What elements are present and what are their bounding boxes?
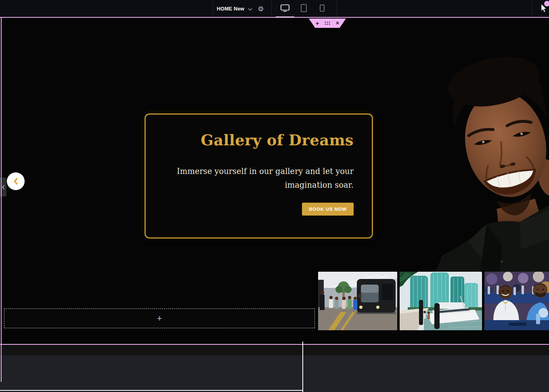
drag-dots-icon <box>325 21 330 25</box>
column-divider-line <box>302 342 303 392</box>
hero-section[interactable]: + ✕ <box>0 18 549 344</box>
element-outline-bottom <box>0 390 303 391</box>
tablet-icon <box>301 4 307 14</box>
mobile-icon <box>320 4 325 13</box>
delete-section-button[interactable]: ✕ <box>335 20 340 27</box>
gallery-promo-card[interactable]: Gallery of Dreams Immerse yourself in ou… <box>145 113 373 239</box>
card-subtitle[interactable]: Immerse yourself in our gallery and let … <box>172 165 354 192</box>
gear-icon: ⚙ <box>258 6 264 13</box>
selection-outline-top <box>0 17 549 18</box>
page-selector-dropdown[interactable]: HOME New <box>217 0 252 18</box>
gallery-image-bus[interactable] <box>318 272 397 330</box>
page-selector-label: HOME New <box>217 6 244 12</box>
add-widget-area[interactable]: + <box>4 308 315 328</box>
chevron-down-icon <box>248 5 252 13</box>
settings-button[interactable]: ⚙ <box>256 0 266 18</box>
chevron-left-icon <box>2 185 4 189</box>
topbar-divider <box>337 0 337 18</box>
portrait-photo[interactable] <box>420 36 549 272</box>
book-us-now-button[interactable]: BOOK US NOW <box>302 203 354 216</box>
plus-icon: + <box>157 314 162 323</box>
device-mobile-button[interactable] <box>313 0 331 18</box>
editor-screen: HOME New ⚙ <box>0 0 549 392</box>
chevron-left-icon <box>13 178 19 185</box>
card-title[interactable]: Gallery of Dreams <box>201 132 354 149</box>
gallery-image-dinner[interactable] <box>484 272 549 330</box>
section-boundary-line <box>0 344 549 345</box>
section-handle-toolbar: + ✕ <box>309 19 346 28</box>
selection-outline-left <box>1 17 2 382</box>
gallery-image-yacht[interactable] <box>400 272 482 330</box>
topbar-divider <box>532 0 532 18</box>
collaborator-cursor-icon <box>539 1 549 14</box>
topbar-divider <box>213 0 213 18</box>
gallery-carousel <box>318 272 549 330</box>
add-section-button[interactable]: + <box>314 20 320 27</box>
close-icon: ✕ <box>335 21 339 25</box>
plus-icon: + <box>316 21 319 26</box>
editor-topbar: HOME New ⚙ <box>0 0 549 18</box>
topbar-divider <box>271 0 272 18</box>
device-tablet-button[interactable] <box>295 0 312 18</box>
desktop-icon <box>281 4 289 13</box>
section-gap <box>0 345 549 355</box>
drag-section-handle[interactable] <box>325 20 330 27</box>
next-section[interactable] <box>0 355 549 392</box>
carousel-prev-button[interactable] <box>7 172 25 190</box>
device-desktop-button[interactable] <box>276 0 294 18</box>
